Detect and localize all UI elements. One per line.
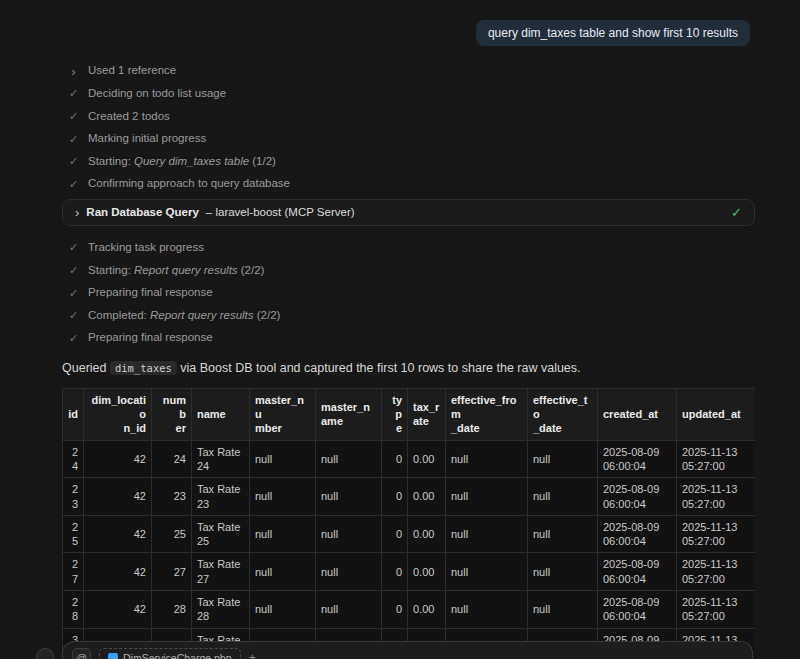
column-header: id [63, 388, 84, 440]
context-file-name: DimServiceCharge.php [123, 652, 232, 659]
table-cell: null [250, 515, 316, 553]
column-header: name [192, 388, 250, 440]
status-item[interactable]: ›Used 1 reference [67, 60, 755, 83]
table-row: 244224Tax Rate 24nullnull00.00nullnull20… [63, 440, 756, 478]
status-text: Created 2 todos [88, 110, 170, 124]
status-item[interactable]: ✓Created 2 todos [67, 105, 755, 128]
table-cell: null [250, 553, 316, 591]
plus-icon[interactable]: + [249, 648, 257, 659]
table-cell: null [316, 478, 382, 516]
column-header: master_n ame [316, 388, 382, 440]
context-file-chip[interactable]: DimServiceCharge.php [99, 648, 241, 659]
table-cell: 42 [84, 478, 152, 516]
success-check-icon: ✓ [731, 206, 742, 219]
table-cell: null [528, 553, 598, 591]
table-cell: 0 [382, 515, 408, 553]
status-group-1: ›Used 1 reference✓Deciding on todo list … [62, 60, 755, 196]
inline-code: dim_taxes [110, 361, 177, 375]
table-cell: Tax Rate 28 [192, 591, 250, 629]
status-item[interactable]: ✓Completed: Report query results (2/2) [67, 304, 755, 327]
table-cell: 2025-11-13 05:27:00 [677, 553, 756, 591]
table-cell: 28 [152, 591, 192, 629]
message-composer[interactable]: @ DimServiceCharge.php + [62, 641, 753, 659]
status-item[interactable]: ✓Starting: Report query results (2/2) [67, 259, 755, 282]
table-cell: 2025-11-13 05:27:00 [677, 591, 756, 629]
column-header: effective_from _date [446, 388, 528, 440]
table-cell: 24 [152, 440, 192, 478]
add-context-button[interactable]: @ [72, 648, 91, 659]
column-header: effective_to _date [528, 388, 598, 440]
table-cell: 23 [63, 478, 84, 516]
table-cell: Tax Rate 27 [192, 553, 250, 591]
table-row: 284228Tax Rate 28nullnull00.00nullnull20… [63, 591, 756, 629]
status-text: Confirming approach to query database [88, 177, 290, 191]
status-item[interactable]: ✓Tracking task progress [67, 237, 755, 260]
table-cell: 2025-11-13 05:27:00 [677, 515, 756, 553]
table-cell: 0.00 [408, 478, 446, 516]
bottom-left-button[interactable] [36, 648, 54, 659]
status-item[interactable]: ✓Marking initial progress [67, 128, 755, 151]
table-cell: null [446, 478, 528, 516]
table-cell: 24 [63, 440, 84, 478]
status-item[interactable]: ✓Deciding on todo list usage [67, 83, 755, 106]
status-text: Deciding on todo list usage [88, 87, 226, 101]
check-icon: ✓ [67, 332, 80, 345]
tool-call-server: – laravel-boost (MCP Server) [206, 206, 355, 218]
status-item[interactable]: ✓Preparing final response [67, 282, 755, 305]
table-cell: 0 [382, 591, 408, 629]
table-cell: Tax Rate 24 [192, 440, 250, 478]
column-header: tax_r ate [408, 388, 446, 440]
table-cell: 2025-08-09 06:00:04 [598, 591, 677, 629]
user-message-row: query dim_taxes table and show first 10 … [62, 20, 755, 46]
column-header: created_at [598, 388, 677, 440]
check-icon: ✓ [67, 87, 80, 100]
table-cell: null [446, 553, 528, 591]
check-icon: ✓ [67, 110, 80, 123]
status-text: Preparing final response [88, 331, 213, 345]
user-message-text: query dim_taxes table and show first 10 … [488, 26, 738, 40]
table-cell: 2025-08-09 06:00:04 [598, 515, 677, 553]
table-cell: 2025-08-09 06:00:04 [598, 478, 677, 516]
status-text: Starting: Report query results (2/2) [88, 264, 264, 278]
table-cell: 42 [84, 591, 152, 629]
table-cell: null [528, 515, 598, 553]
table-cell: 2025-11-13 05:27:00 [677, 440, 756, 478]
table-cell: 23 [152, 478, 192, 516]
table-cell: null [528, 440, 598, 478]
table-row: 234223Tax Rate 23nullnull00.00nullnull20… [63, 478, 756, 516]
table-cell: 0.00 [408, 440, 446, 478]
table-cell: null [528, 591, 598, 629]
results-table: iddim_locatio n_idnumb ernamemaster_nu m… [62, 388, 755, 651]
status-text: Tracking task progress [88, 241, 204, 255]
tool-call-panel[interactable]: › Ran Database Query – laravel-boost (MC… [62, 199, 755, 226]
table-cell: null [446, 440, 528, 478]
check-icon: ✓ [67, 241, 80, 254]
column-header: master_nu mber [250, 388, 316, 440]
table-cell: null [316, 591, 382, 629]
table-cell: 42 [84, 440, 152, 478]
column-header: typ e [382, 388, 408, 440]
assistant-paragraph: Queried dim_taxes via Boost DB tool and … [62, 360, 755, 376]
chevron-right-icon: › [67, 65, 80, 78]
status-text: Completed: Report query results (2/2) [88, 309, 280, 323]
tool-call-title: Ran Database Query [86, 206, 199, 218]
table-cell: 0.00 [408, 553, 446, 591]
status-item[interactable]: ✓Confirming approach to query database [67, 173, 755, 196]
table-cell: 27 [63, 553, 84, 591]
table-cell: null [446, 591, 528, 629]
status-text: Marking initial progress [88, 132, 206, 146]
status-item[interactable]: ✓Starting: Query dim_taxes table (1/2) [67, 150, 755, 173]
table-cell: null [250, 478, 316, 516]
column-header: dim_locatio n_id [84, 388, 152, 440]
table-cell: null [250, 440, 316, 478]
table-cell: null [316, 515, 382, 553]
table-cell: 0.00 [408, 515, 446, 553]
table-cell: null [316, 440, 382, 478]
status-item[interactable]: ✓Preparing final response [67, 327, 755, 350]
status-text: Starting: Query dim_taxes table (1/2) [88, 155, 276, 169]
table-cell: 2025-08-09 06:00:04 [598, 440, 677, 478]
table-cell: null [316, 553, 382, 591]
table-row: 274227Tax Rate 27nullnull00.00nullnull20… [63, 553, 756, 591]
table-cell: 42 [84, 553, 152, 591]
table-cell: 42 [84, 515, 152, 553]
